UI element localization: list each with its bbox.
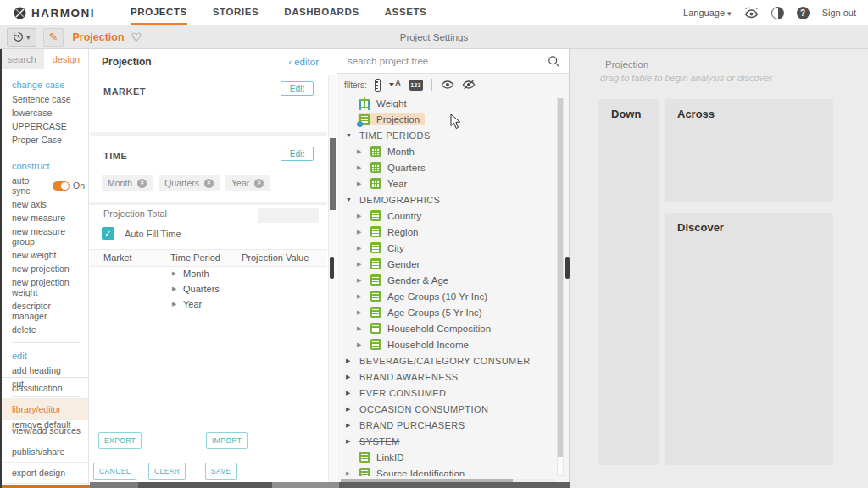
sidebar-item-proper-case[interactable]: Proper Case [12,135,85,145]
tree-item-projection[interactable]: Projection [337,111,555,127]
table-row-year[interactable]: ▶Year [90,298,327,313]
market-edit-button[interactable]: Edit [281,81,314,96]
tree-item-gender[interactable]: ▶Gender [337,256,555,272]
collapsed-arrow-icon[interactable]: ▶ [346,470,358,477]
tree-item-city[interactable]: ▶City [337,240,555,256]
sidebar-item-library-editor[interactable]: library/editor [0,399,88,420]
sidebar-item-new-axis[interactable]: new axis [12,199,85,209]
chip-month[interactable]: Month✕ [102,175,153,191]
collapsed-arrow-icon[interactable]: ▶ [357,293,369,300]
tree-group-system[interactable]: ▶SYSTEM [337,433,555,449]
collapsed-arrow-icon[interactable]: ▶ [346,358,358,364]
drop-zone-discover[interactable]: Discover [665,213,833,465]
collapsed-arrow-icon[interactable]: ▶ [357,245,369,252]
sidebar-item-view-add-sources[interactable]: view/add sources [0,420,88,441]
chip-quarters[interactable]: Quarters✕ [159,175,220,191]
sidebar-item-new-projection-weight[interactable]: new projection weight [12,277,85,297]
sidebar-item-new-weight[interactable]: new weight [12,250,85,260]
chip-remove-icon[interactable]: ✕ [254,179,264,188]
nav-assets[interactable]: ASSETS [385,0,427,25]
nav-projects[interactable]: PROJECTS [131,0,187,25]
collapsed-arrow-icon[interactable]: ▶ [346,390,358,396]
nav-stories[interactable]: STORIES [213,0,259,25]
collapsed-arrow-icon[interactable]: ▶ [346,438,358,445]
hide-all-eye-off-icon[interactable] [462,80,476,90]
collapsed-arrow-icon[interactable]: ▶ [357,148,369,155]
sidebar-item-new-projection[interactable]: new projection [12,263,85,274]
expanded-arrow-icon[interactable]: ▼ [346,132,358,138]
favorite-heart-icon[interactable]: ♡ [131,30,142,44]
chip-remove-icon[interactable]: ✕ [204,179,214,188]
tree-item-year[interactable]: ▶Year [337,175,555,191]
sort-filter-icon[interactable] [388,79,402,91]
help-icon[interactable]: ? [797,7,810,19]
panel-splitter-handle[interactable] [565,257,570,279]
drop-zone-down[interactable]: Down [598,99,659,465]
table-row-month[interactable]: ▶Month [90,268,327,282]
collapsed-arrow-icon[interactable]: ▶ [357,325,369,332]
numeric-filter-icon[interactable]: 123 [409,80,423,91]
collapsed-arrow-icon[interactable]: ▶ [346,422,358,429]
sidebar-item-new-measure-group[interactable]: new measure group [12,226,85,247]
sidebar-item-publish-share[interactable]: publish/share [0,441,88,463]
back-to-editor-link[interactable]: ‹ editor [288,57,319,67]
collapsed-arrow-icon[interactable]: ▶ [357,180,369,187]
sidebar-item-delete[interactable]: delete [12,324,85,335]
sidebar-item-classification[interactable]: classification [0,378,88,399]
table-row-quarters[interactable]: ▶Quarters [90,283,327,297]
nav-dashboards[interactable]: DASHBOARDS [284,0,359,25]
sign-out-button[interactable]: Sign out [822,8,856,18]
sidebar-item-uppercase[interactable]: UPPERCASE [12,121,85,131]
cancel-button[interactable]: CANCEL [93,463,136,480]
tree-group-beverage-category-consumer[interactable]: ▶BEVERAGE/CATEGORY CONSUMER [337,352,555,369]
collapsed-arrow-icon[interactable]: ▶ [357,229,369,236]
chip-year[interactable]: Year✕ [225,175,270,191]
chip-remove-icon[interactable]: ✕ [137,179,147,188]
eye-lashes-icon[interactable] [744,7,759,19]
collapsed-arrow-icon[interactable]: ▶ [357,309,369,316]
tree-item-quarters[interactable]: ▶Quarters [337,159,555,175]
auto-sync-toggle[interactable] [53,181,70,191]
sidebar-item-lowercase[interactable]: lowercase [12,108,85,118]
panel-splitter-handle[interactable] [330,257,334,279]
scrollbar-thumb[interactable] [330,138,336,210]
drop-zone-across[interactable]: Across [665,99,833,202]
show-all-eye-icon[interactable] [441,80,454,90]
import-button[interactable]: IMPORT [206,432,248,449]
clear-button[interactable]: CLEAR [148,463,186,480]
tree-group-demographics[interactable]: ▼DEMOGRAPHICS [337,191,555,208]
collapsed-arrow-icon[interactable]: ▶ [172,286,176,292]
tree-item-linkid[interactable]: LinkID [337,449,555,465]
tree-group-brand-purchasers[interactable]: ▶BRAND PURCHASERS [337,417,555,433]
tree-item-age-groups-5-yr-inc[interactable]: ▶Age Groups (5 Yr Inc) [337,304,555,320]
tree-item-household-composition[interactable]: ▶Household Composition [337,320,555,336]
tree-group-brand-awareness[interactable]: ▶BRAND AWARENESS [337,369,555,385]
tree-item-month[interactable]: ▶Month [337,143,555,159]
collapsed-arrow-icon[interactable]: ▶ [346,406,358,413]
collapsed-arrow-icon[interactable]: ▶ [357,261,369,268]
export-button[interactable]: EXPORT [98,432,142,449]
rename-button[interactable]: ✎ [43,28,64,47]
auto-fill-checkbox[interactable]: ✓ [102,227,114,240]
sidebar-item-add-heading[interactable]: add heading [12,365,85,375]
collapsed-arrow-icon[interactable]: ▶ [357,341,369,348]
collapsed-arrow-icon[interactable]: ▶ [346,374,358,380]
history-button[interactable]: ▾ [7,28,36,47]
tab-design[interactable]: design [44,49,88,69]
tree-item-weight[interactable]: Weight [337,95,555,111]
tree-item-gender-age[interactable]: ▶Gender & Age [337,272,555,288]
sidebar-item-sentence-case[interactable]: Sentence case [12,94,85,104]
language-menu[interactable]: Language ▾ [683,8,732,18]
tree-vertical-scrollbar[interactable] [557,97,564,476]
tree-item-source-identification[interactable]: ▶Source Identification [337,465,555,476]
measure-filter-icon[interactable] [375,79,381,92]
tree-item-region[interactable]: ▶Region [337,224,555,240]
tree-group-ever-consumed[interactable]: ▶EVER CONSUMED [337,385,555,401]
expanded-arrow-icon[interactable]: ▼ [346,197,358,202]
collapsed-arrow-icon[interactable]: ▶ [357,164,369,171]
tree-group-time-periods[interactable]: ▼TIME PERIODS [337,127,555,143]
collapsed-arrow-icon[interactable]: ▶ [357,277,369,284]
sidebar-item-descriptor-manager[interactable]: descriptor manager [12,301,85,321]
tree-group-occasion-consumption[interactable]: ▶OCCASION CONSUMPTION [337,401,555,417]
tab-search[interactable]: search [0,49,44,69]
